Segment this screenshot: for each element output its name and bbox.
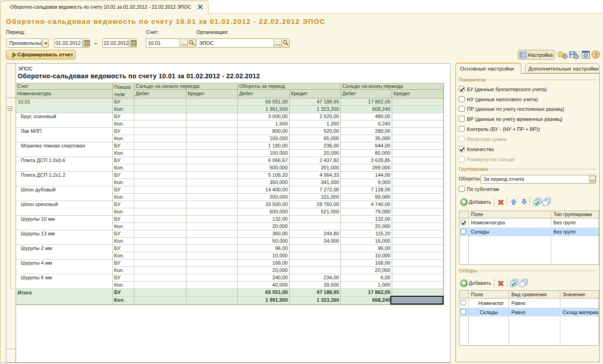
svg-text:?: ? [594, 52, 598, 57]
